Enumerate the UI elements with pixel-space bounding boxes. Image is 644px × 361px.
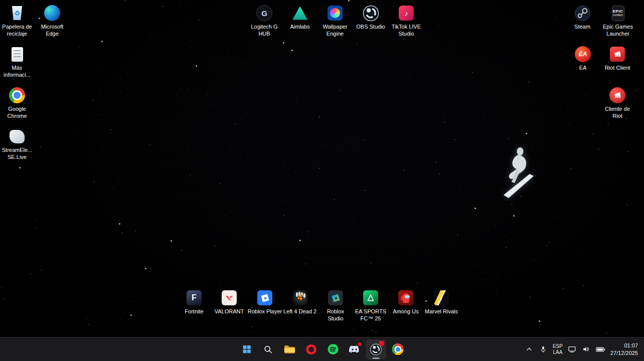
roblox-player-icon xyxy=(256,289,274,307)
desktop-icon-label: Logitech G HUB xyxy=(251,24,277,38)
taskbar-search-button[interactable] xyxy=(258,339,278,359)
desktop-icon-roblox-studio[interactable]: Roblox Studio xyxy=(315,289,356,322)
marvel-rivals-icon xyxy=(432,289,450,307)
desktop-icon-label: Google Chrome xyxy=(7,106,27,120)
desktop-icon-streamelements-se-live[interactable]: StreamEle... SE.Live xyxy=(0,127,37,161)
battery-icon xyxy=(596,346,605,352)
battery-tray-button[interactable] xyxy=(594,340,607,358)
opera-icon xyxy=(306,344,316,354)
spotify-icon xyxy=(327,343,339,355)
ea-icon: EA xyxy=(574,45,592,63)
desktop-icon-papelera-de-reciclaje[interactable]: ♻Papelera de reciclaje xyxy=(0,4,37,38)
taskbar-app-group xyxy=(237,337,408,361)
chevron-up-icon xyxy=(526,346,533,353)
taskbar-file-explorer-button[interactable] xyxy=(280,339,300,359)
papelera-de-reciclaje-icon: ♻ xyxy=(8,4,26,22)
recording-badge xyxy=(379,341,384,346)
steam-icon xyxy=(573,4,591,22)
aimlabs-icon xyxy=(291,4,309,22)
desktop-icon-label: OBS Studio xyxy=(356,24,385,31)
taskbar-discord-button[interactable] xyxy=(345,339,365,359)
silver-surfer-icon xyxy=(497,143,542,203)
desktop-icon-ea[interactable]: EAEA xyxy=(563,45,603,72)
network-icon xyxy=(568,345,576,353)
desktop-icon-label: Left 4 Dead 2 xyxy=(283,308,316,315)
taskbar-spotify-button[interactable] xyxy=(323,339,343,359)
obs-studio-icon xyxy=(362,4,380,22)
hidden-icons-button[interactable] xyxy=(523,340,536,358)
starfield-bright-layer xyxy=(0,0,1,1)
clock[interactable]: 01:07 27/12/2025 xyxy=(608,340,642,358)
system-tray: ESP LAA 01:07 27/12/2025 xyxy=(523,337,642,361)
desktop-icon-tiktok-live-studio[interactable]: ♪TikTok LIVE Studio xyxy=(386,4,426,38)
desktop-icon-microsoft-edge[interactable]: Microsoft Edge xyxy=(32,4,72,38)
microphone-icon xyxy=(539,345,547,353)
clock-time: 01:07 xyxy=(624,342,638,349)
silver-surfer-wallpaper-figure xyxy=(497,143,542,205)
desktop-icon-ea-sports-fc-25[interactable]: EA SPORTS FC™ 25 xyxy=(351,289,391,322)
desktop-icon-label: Among Us xyxy=(393,308,418,315)
taskbar-google-chrome-button[interactable] xyxy=(388,339,408,359)
epic-games-launcher-icon: EPICGAMES xyxy=(609,4,627,22)
desktop-icon-label: Papelera de reciclaje xyxy=(2,24,32,38)
desktop[interactable]: ♻Papelera de reciclajeMicrosoft EdgeMás … xyxy=(0,0,644,361)
wallpaper-engine-icon xyxy=(326,4,344,22)
streamelements-se-live-icon xyxy=(8,127,26,145)
fortnite-icon: F xyxy=(185,289,203,307)
desktop-icon-label: Fortnite xyxy=(185,308,203,315)
desktop-icon-label: Wallpaper Engine xyxy=(323,24,347,38)
notification-badge xyxy=(357,341,363,347)
desktop-icon-aimlabs[interactable]: Aimlabs xyxy=(280,4,320,31)
logitech-g-hub-icon: G xyxy=(255,4,273,22)
desktop-icon-among-us[interactable]: Among Us xyxy=(386,289,426,315)
keyboard-layout-code: LAA xyxy=(553,349,562,355)
desktop-icon-fortnite[interactable]: FFortnite xyxy=(174,289,214,315)
taskbar: ESP LAA 01:07 27/12/2025 xyxy=(0,337,644,361)
search-icon xyxy=(263,344,273,354)
desktop-icon-roblox-player[interactable]: Roblox Player xyxy=(245,289,285,315)
desktop-icon-label: Microsoft Edge xyxy=(41,24,64,38)
ea-sports-fc-25-icon xyxy=(362,289,380,307)
roblox-studio-icon xyxy=(327,289,345,307)
desktop-icon-label: VALORANT xyxy=(215,308,244,315)
desktop-icon-google-chrome[interactable]: Google Chrome xyxy=(0,86,37,120)
volume-tray-button[interactable] xyxy=(580,340,593,358)
left-4-dead-2-icon: 4 xyxy=(291,289,309,307)
desktop-icon-label: Riot Client xyxy=(605,65,630,72)
desktop-icon-riot-client[interactable]: Riot Client xyxy=(597,45,637,72)
desktop-icon-label: Steam xyxy=(574,24,590,31)
valorant-icon xyxy=(220,289,238,307)
taskbar-opera-button[interactable] xyxy=(301,339,321,359)
file-explorer-icon xyxy=(284,344,296,354)
mas-informacion-icon xyxy=(8,45,26,63)
tiktok-live-studio-icon: ♪ xyxy=(397,4,415,22)
desktop-icon-left-4-dead-2[interactable]: 4Left 4 Dead 2 xyxy=(280,289,320,315)
desktop-icon-label: Más informaci... xyxy=(4,65,31,79)
desktop-icon-label: TikTok LIVE Studio xyxy=(392,24,421,38)
desktop-icon-label: StreamEle... SE.Live xyxy=(2,147,33,161)
among-us-icon xyxy=(397,289,415,307)
clock-date: 27/12/2025 xyxy=(610,349,638,356)
taskbar-start-button[interactable] xyxy=(237,339,257,359)
desktop-icon-mas-informacion[interactable]: Más informaci... xyxy=(0,45,37,79)
google-chrome-icon xyxy=(8,86,26,104)
desktop-icon-marvel-rivals[interactable]: Marvel Rivals xyxy=(421,289,461,315)
microphone-tray-button[interactable] xyxy=(537,340,550,358)
desktop-icon-label: Aimlabs xyxy=(290,24,309,31)
desktop-icon-epic-games-launcher[interactable]: EPICGAMESEpic Games Launcher xyxy=(598,4,638,38)
microsoft-edge-icon xyxy=(43,4,61,22)
desktop-icon-valorant[interactable]: VALORANT xyxy=(209,289,249,315)
desktop-icon-label: Roblox Studio xyxy=(327,308,344,322)
language-code: ESP xyxy=(553,343,563,349)
desktop-icon-steam[interactable]: Steam xyxy=(562,4,602,31)
riot-client-icon xyxy=(608,45,626,63)
windows-desktop: { "wallpaper": { "background_color": "#0… xyxy=(0,0,644,361)
desktop-icon-obs-studio[interactable]: OBS Studio xyxy=(351,4,391,31)
desktop-icon-label: EA xyxy=(579,65,587,72)
desktop-icon-wallpaper-engine[interactable]: Wallpaper Engine xyxy=(315,4,355,38)
language-switcher[interactable]: ESP LAA xyxy=(551,340,565,358)
taskbar-obs-studio-button[interactable] xyxy=(366,339,386,359)
desktop-icon-logitech-g-hub[interactable]: GLogitech G HUB xyxy=(244,4,284,38)
desktop-icon-cliente-de-riot[interactable]: Cliente de Riot xyxy=(597,86,637,120)
network-tray-button[interactable] xyxy=(566,340,579,358)
